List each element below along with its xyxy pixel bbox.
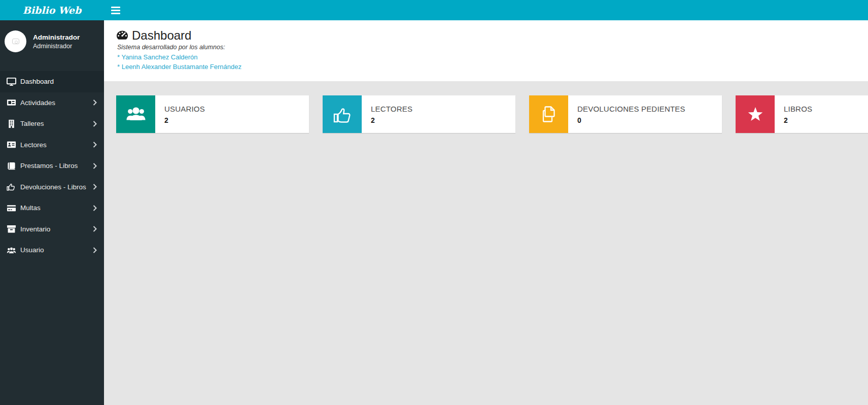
sidebar-item-usuario[interactable]: Usuario [0,240,104,261]
info-box-value: 2 [371,116,412,124]
sidebar-item-dashboard[interactable]: Dashboard [0,71,104,92]
sidebar-item-label: Lectores [20,141,47,149]
newspaper-icon [7,98,16,107]
info-box-value: 2 [164,116,205,124]
star-icon [736,95,775,133]
info-box-label: LECTORES [371,105,412,113]
desktop-icon [7,77,16,86]
info-box-label: USUARIOS [164,105,205,113]
user-role: Administrador [33,43,72,50]
image-placeholder-icon [12,39,19,44]
chevron-right-icon [93,205,97,211]
dashboard-gauge-icon [116,30,128,42]
brand-logo[interactable]: Biblio Web [0,0,104,20]
thumbs-up-icon [323,95,362,133]
sidebar: Administrador Administrador Dashboard Ac… [0,20,104,405]
info-box-label: DEVOLUCIONES PEDIENTES [577,105,685,113]
info-box-row: USUARIOS 2 LECTORES 2 DEVOLUCIONES PEDIE… [116,95,868,133]
content-header: Dashboard Sistema desarrollado por los a… [104,20,868,81]
page-title: Dashboard [132,28,191,43]
archive-icon [7,224,16,233]
info-box-value: 0 [577,116,685,124]
user-panel: Administrador Administrador [0,20,104,71]
users-icon [7,246,16,255]
copy-icon [529,95,568,133]
chevron-right-icon [93,142,97,148]
thumbs-up-icon [7,182,16,191]
sidebar-item-label: Dashboard [20,78,54,85]
user-name: Administrador [33,33,80,41]
sidebar-item-inventario[interactable]: Inventario [0,219,104,240]
chevron-right-icon [93,162,97,169]
chevron-right-icon [93,99,97,106]
sidebar-item-label: Usuario [20,246,44,254]
id-card-icon [7,140,16,149]
info-box-value: 2 [784,116,812,124]
sidebar-toggle-button[interactable] [104,0,127,20]
sidebar-item-label: Prestamos - Libros [20,162,78,170]
sidebar-item-talleres[interactable]: Talleres [0,113,104,134]
users-icon [116,95,155,133]
chevron-right-icon [93,226,97,232]
sidebar-item-devoluciones-libros[interactable]: Devoluciones - Libros [0,177,104,198]
sidebar-item-label: Talleres [20,120,44,127]
book-icon [7,161,16,171]
chevron-right-icon [93,120,97,127]
info-box-lectores: LECTORES 2 [323,95,515,133]
sidebar-item-label: Devoluciones - Libros [20,183,86,191]
info-box-libros: LIBROS 2 [736,95,868,133]
chevron-right-icon [93,184,97,190]
author-link-2[interactable]: * Leenh Alexander Bustamante Fernández [117,63,241,71]
sidebar-item-actividades[interactable]: Actividades [0,92,104,114]
sidebar-item-label: Multas [20,204,41,212]
info-box-usuarios: USUARIOS 2 [116,95,309,133]
author-link-1[interactable]: * Yanina Sanchez Calderón [117,53,198,61]
sidebar-item-label: Inventario [20,225,50,233]
top-navbar: Biblio Web [0,0,868,20]
page-title-row: Dashboard [116,28,191,43]
sidebar-menu: Dashboard Actividades Talleres Lectores [0,71,104,261]
chevron-right-icon [93,247,97,253]
sidebar-item-label: Actividades [20,99,55,107]
sidebar-item-prestamos-libros[interactable]: Prestamos - Libros [0,155,104,177]
hamburger-icon [111,7,120,8]
info-box-devoluciones-pendientes: DEVOLUCIONES PEDIENTES 0 [529,95,722,133]
page-subtitle: Sistema desarrollado por los alumnos: [117,44,225,51]
info-box-label: LIBROS [784,105,812,113]
avatar [5,30,26,52]
sidebar-item-lectores[interactable]: Lectores [0,134,104,156]
credit-card-icon [7,204,16,213]
sidebar-item-multas[interactable]: Multas [0,197,104,219]
building-icon [7,119,16,128]
